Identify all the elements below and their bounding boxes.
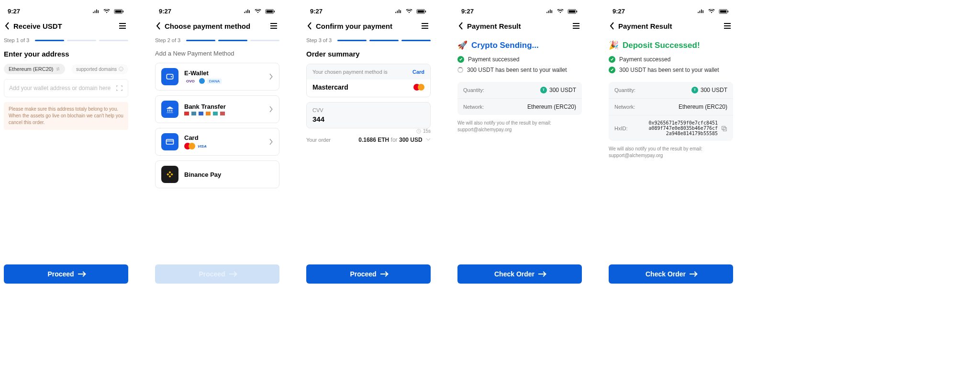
notify-line1: We will also notify you of the result by… bbox=[457, 120, 582, 126]
your-order-label: Your order bbox=[306, 137, 331, 143]
bank-icon bbox=[161, 101, 178, 118]
mastercard-icon bbox=[413, 84, 424, 91]
binance-icon bbox=[161, 166, 178, 183]
payment-method-ewallet[interactable]: E-Wallet OVO DANA bbox=[155, 63, 279, 91]
status-bar: 9:27 bbox=[155, 6, 279, 16]
page-title: Choose payment method bbox=[165, 22, 250, 30]
svg-rect-17 bbox=[569, 11, 575, 13]
qty-label: Quantity: bbox=[614, 87, 635, 93]
payment-method-card[interactable]: Card VISA bbox=[155, 128, 279, 156]
order-eth: 0.1686 ETH bbox=[358, 137, 389, 143]
copy-icon[interactable] bbox=[721, 125, 727, 132]
step-bar-3 bbox=[401, 40, 431, 41]
status-time: 9:27 bbox=[612, 8, 625, 15]
svg-point-9 bbox=[171, 76, 172, 78]
svg-rect-7 bbox=[274, 11, 275, 12]
svg-rect-21 bbox=[720, 11, 726, 13]
notify-line1: We will also notify you of the result by… bbox=[609, 146, 733, 152]
pm-title: Bank Transfer bbox=[184, 103, 226, 110]
change-card-link[interactable]: Card bbox=[412, 69, 424, 75]
payment-method-bank[interactable]: Bank Transfer bbox=[155, 95, 279, 123]
order-usd: 300 USD bbox=[399, 137, 423, 143]
scan-icon[interactable] bbox=[116, 84, 123, 92]
page-title: Receive USDT bbox=[13, 22, 62, 30]
supported-domains-chip[interactable]: supported domains i bbox=[71, 64, 128, 74]
back-icon[interactable] bbox=[610, 22, 614, 30]
qty-value: 300 USDT bbox=[549, 87, 576, 93]
chain-chip[interactable]: Ethereum (ERC20) bbox=[4, 64, 65, 74]
menu-icon[interactable] bbox=[269, 21, 278, 31]
back-icon[interactable] bbox=[5, 22, 10, 30]
tether-icon: T bbox=[540, 87, 547, 93]
section-subtitle: Add a New Payment Method bbox=[155, 50, 279, 57]
status-indicators bbox=[90, 8, 124, 15]
your-order-row[interactable]: Your order 0.1686 ETH for 300 USD bbox=[306, 137, 431, 143]
arrow-right-icon bbox=[538, 274, 545, 275]
step-bar-2 bbox=[218, 40, 247, 41]
svg-rect-24 bbox=[722, 126, 725, 129]
chain-chip-label: Ethereum (ERC20) bbox=[9, 66, 54, 72]
status-time: 9:27 bbox=[310, 8, 323, 15]
screen-result-success: 9:27 Payment Result 🎉 Deposit Successed!… bbox=[609, 6, 733, 284]
address-input-box[interactable] bbox=[4, 79, 128, 97]
menu-icon[interactable] bbox=[571, 21, 581, 31]
confetti-icon: 🎉 bbox=[609, 40, 619, 50]
result-title-text: Crypto Sending... bbox=[471, 41, 539, 50]
status2-text: 300 USDT has been sent to your wallet bbox=[619, 67, 719, 73]
step-label: Step 2 of 3 bbox=[155, 37, 180, 43]
status-indicators bbox=[695, 8, 729, 15]
back-icon[interactable] bbox=[156, 22, 161, 30]
menu-icon[interactable] bbox=[420, 21, 430, 31]
arrow-right-icon bbox=[380, 274, 387, 275]
status-bar: 9:27 bbox=[306, 6, 431, 16]
net-label: Network: bbox=[614, 104, 635, 110]
status2-text: 300 USDT has been sent to your wallet bbox=[467, 67, 567, 73]
menu-icon[interactable] bbox=[118, 21, 127, 31]
hxid-label: HxID: bbox=[614, 126, 628, 131]
proceed-button[interactable]: Proceed bbox=[306, 264, 431, 284]
notify-email: support@alchemypay.org bbox=[457, 126, 582, 133]
status-line-1: Payment successed bbox=[609, 56, 733, 63]
pm-logos bbox=[184, 112, 226, 115]
payment-method-binance[interactable]: Binance Pay bbox=[155, 160, 279, 188]
arrow-right-icon bbox=[78, 274, 85, 275]
header: Choose payment method bbox=[155, 16, 279, 35]
pm-logos: VISA bbox=[184, 143, 207, 149]
proceed-button-label: Proceed bbox=[199, 270, 225, 278]
detail-card: Quantity: T 300 USDT Network: Ethereum (… bbox=[609, 82, 733, 141]
header: Payment Result bbox=[609, 16, 733, 35]
proceed-button-label: Proceed bbox=[350, 270, 376, 278]
check-icon bbox=[609, 56, 615, 63]
cvv-card[interactable]: CVV 344 bbox=[306, 102, 431, 128]
qty-value: 300 USDT bbox=[701, 87, 727, 93]
info-icon: i bbox=[119, 67, 123, 71]
step-bar-1 bbox=[186, 40, 215, 41]
proceed-button[interactable]: Proceed bbox=[4, 264, 128, 284]
cvv-label: CVV bbox=[312, 107, 323, 113]
svg-rect-6 bbox=[267, 11, 273, 13]
section-title: Order summary bbox=[306, 50, 431, 58]
svg-rect-2 bbox=[123, 11, 124, 12]
step-bar-1 bbox=[337, 40, 367, 41]
back-icon[interactable] bbox=[458, 22, 463, 30]
back-icon[interactable] bbox=[307, 22, 312, 30]
notify-text: We will also notify you of the result by… bbox=[609, 146, 733, 159]
svg-rect-8 bbox=[167, 74, 173, 79]
rocket-icon: 🚀 bbox=[457, 40, 468, 50]
status-line-2: 300 USDT has been sent to your wallet bbox=[457, 67, 582, 73]
check-order-button[interactable]: Check Order bbox=[609, 264, 733, 284]
notify-text: We will also notify you of the result by… bbox=[457, 120, 582, 133]
step-indicator: Step 2 of 3 bbox=[155, 37, 279, 43]
pm-title: Binance Pay bbox=[184, 171, 221, 178]
result-title-text: Deposit Successed! bbox=[623, 41, 700, 50]
address-input[interactable] bbox=[9, 85, 116, 92]
check-order-button[interactable]: Check Order bbox=[457, 264, 582, 284]
chosen-value: Mastercard bbox=[312, 83, 348, 91]
timer-row: 15s bbox=[306, 128, 431, 134]
status-bar: 9:27 bbox=[609, 6, 733, 16]
check-order-label: Check Order bbox=[494, 270, 535, 278]
net-value: Ethereum (ERC20) bbox=[679, 103, 727, 110]
status-indicators bbox=[544, 8, 578, 15]
svg-text:T: T bbox=[694, 88, 696, 92]
menu-icon[interactable] bbox=[723, 21, 732, 31]
